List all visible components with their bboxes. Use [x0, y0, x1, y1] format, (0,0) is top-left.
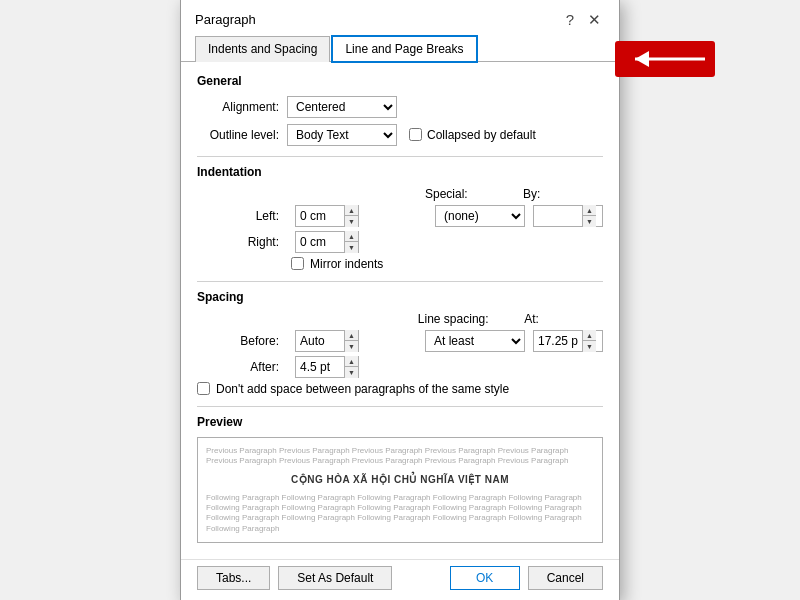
- outline-select[interactable]: Body Text Level 1 Level 2: [287, 124, 397, 146]
- tab-line-page-breaks[interactable]: Line and Page Breaks: [332, 36, 476, 62]
- alignment-label: Alignment:: [197, 100, 287, 114]
- after-spinbox-btns: ▲ ▼: [344, 356, 358, 378]
- by-input[interactable]: [534, 206, 582, 226]
- right-up-btn[interactable]: ▲: [345, 231, 358, 243]
- by-header: By:: [523, 187, 603, 201]
- before-label: Before:: [197, 334, 287, 348]
- dialog-footer: Tabs... Set As Default OK Cancel: [181, 559, 619, 600]
- left-spinbox-btns: ▲ ▼: [344, 205, 358, 227]
- red-arrow-icon: [615, 41, 715, 77]
- preview-box: Previous Paragraph Previous Paragraph Pr…: [197, 437, 603, 543]
- before-spinbox: ▲ ▼: [295, 330, 359, 352]
- before-input[interactable]: [296, 331, 344, 351]
- right-label: Right:: [197, 235, 287, 249]
- general-section-label: General: [197, 74, 603, 88]
- dialog-content: General Alignment: Centered Left Right J…: [181, 62, 619, 559]
- after-label: After:: [197, 360, 287, 374]
- at-down-btn[interactable]: ▼: [583, 341, 596, 352]
- alignment-select[interactable]: Centered Left Right Justified: [287, 96, 397, 118]
- after-spinbox: ▲ ▼: [295, 356, 359, 378]
- title-bar: Paragraph ? ✕: [181, 0, 619, 29]
- at-up-btn[interactable]: ▲: [583, 330, 596, 342]
- indentation-section-label: Indentation: [197, 165, 603, 179]
- left-label: Left:: [197, 209, 287, 223]
- before-spinbox-btns: ▲ ▼: [344, 330, 358, 352]
- outline-row: Outline level: Body Text Level 1 Level 2…: [197, 124, 603, 146]
- footer-left: Tabs... Set As Default: [197, 566, 392, 590]
- tab-indents-spacing[interactable]: Indents and Spacing: [195, 36, 330, 62]
- special-header: Special:: [425, 187, 515, 201]
- ok-button[interactable]: OK: [450, 566, 520, 590]
- tabs-button[interactable]: Tabs...: [197, 566, 270, 590]
- dont-add-label: Don't add space between paragraphs of th…: [216, 382, 509, 396]
- left-up-btn[interactable]: ▲: [345, 205, 358, 217]
- outline-label: Outline level:: [197, 128, 287, 142]
- cancel-button[interactable]: Cancel: [528, 566, 603, 590]
- at-spinbox-btns: ▲ ▼: [582, 330, 596, 352]
- line-spacing-header: Line spacing:: [418, 312, 516, 326]
- before-up-btn[interactable]: ▲: [345, 330, 358, 342]
- left-spinbox: ▲ ▼: [295, 205, 359, 227]
- svg-rect-3: [615, 41, 715, 77]
- dont-add-row: Don't add space between paragraphs of th…: [197, 382, 603, 396]
- arrow-annotation: [620, 39, 700, 79]
- mirror-label: Mirror indents: [310, 257, 383, 271]
- title-actions: ? ✕: [562, 10, 605, 29]
- preview-following-para: Following Paragraph Following Paragraph …: [206, 493, 594, 535]
- alignment-row: Alignment: Centered Left Right Justified: [197, 96, 603, 118]
- dont-add-checkbox[interactable]: [197, 382, 210, 395]
- special-select[interactable]: (none) First line Hanging: [435, 205, 525, 227]
- preview-section-label: Preview: [197, 415, 603, 429]
- by-down-btn[interactable]: ▼: [583, 216, 596, 227]
- spacing-section-label: Spacing: [197, 290, 603, 304]
- right-spinbox: ▲ ▼: [295, 231, 359, 253]
- left-input[interactable]: [296, 206, 344, 226]
- at-header: At:: [524, 312, 603, 326]
- right-down-btn[interactable]: ▼: [345, 242, 358, 253]
- mirror-row: Mirror indents: [291, 257, 603, 271]
- svg-rect-2: [628, 43, 690, 69]
- by-up-btn[interactable]: ▲: [583, 205, 596, 217]
- by-spinbox-btns: ▲ ▼: [582, 205, 596, 227]
- right-spinbox-btns: ▲ ▼: [344, 231, 358, 253]
- preview-prev-para: Previous Paragraph Previous Paragraph Pr…: [206, 446, 594, 467]
- svg-marker-1: [630, 52, 642, 66]
- mirror-checkbox[interactable]: [291, 257, 304, 270]
- after-up-btn[interactable]: ▲: [345, 356, 358, 368]
- collapsed-label: Collapsed by default: [427, 128, 536, 142]
- right-input[interactable]: [296, 232, 344, 252]
- tabs-bar: Indents and Spacing Line and Page Breaks: [181, 29, 619, 62]
- paragraph-dialog: Paragraph ? ✕ Indents and Spacing Line a…: [180, 0, 620, 600]
- after-input[interactable]: [296, 357, 344, 377]
- svg-marker-5: [635, 51, 649, 67]
- before-down-btn[interactable]: ▼: [345, 341, 358, 352]
- after-down-btn[interactable]: ▼: [345, 367, 358, 378]
- set-default-button[interactable]: Set As Default: [278, 566, 392, 590]
- help-button[interactable]: ?: [562, 10, 578, 29]
- left-down-btn[interactable]: ▼: [345, 216, 358, 227]
- dialog-title: Paragraph: [195, 12, 256, 27]
- collapsed-checkbox[interactable]: [409, 128, 422, 141]
- close-button[interactable]: ✕: [584, 10, 605, 29]
- preview-main-para: CỘNG HÒA XÃ HỘI CHỦ NGHĨA VIỆT NAM: [206, 473, 594, 487]
- dialog-wrapper: Paragraph ? ✕ Indents and Spacing Line a…: [180, 0, 620, 600]
- by-spinbox: ▲ ▼: [533, 205, 603, 227]
- at-spinbox: ▲ ▼: [533, 330, 603, 352]
- at-input[interactable]: [534, 331, 582, 351]
- footer-right: OK Cancel: [450, 566, 603, 590]
- line-spacing-select[interactable]: Single 1.5 lines Double At least Exactly…: [425, 330, 525, 352]
